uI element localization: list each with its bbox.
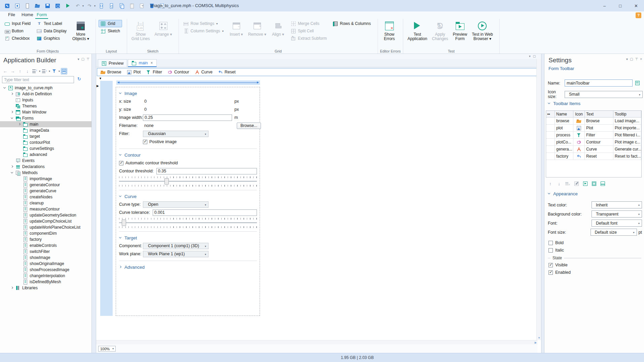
search-doc-button[interactable]	[107, 2, 116, 10]
section-header-curve[interactable]: Curve	[119, 192, 257, 200]
refresh-icon[interactable]	[77, 76, 82, 81]
tree-item-Declarations[interactable]: Declarations	[0, 164, 91, 170]
row-selector[interactable]	[546, 125, 555, 131]
arrow-right-button[interactable]	[9, 68, 16, 74]
tree-item-main[interactable]: main	[0, 121, 91, 127]
table-row[interactable]: plotCo...ContourPlot image c...	[546, 139, 641, 146]
horizontal-scrollbar[interactable]: ▶	[96, 340, 537, 344]
button-button[interactable]: Button	[3, 27, 33, 35]
chevron-down-icon[interactable]: ▾	[39, 70, 40, 73]
tree-item-Methods[interactable]: Methods	[0, 170, 91, 176]
tree-item-factory[interactable]: factory	[0, 236, 91, 242]
tree-item-contourPlot[interactable]: contourPlot	[0, 139, 91, 145]
editor-tab-preview[interactable]: Preview	[98, 59, 127, 67]
font-size-combo[interactable]: Default size▾	[591, 229, 637, 236]
contour-toolbar-button[interactable]: Contour	[167, 70, 189, 75]
tree-item-generateContour[interactable]: generateContour	[0, 182, 91, 188]
table-row[interactable]: factoryResetReset to fact...	[546, 153, 641, 160]
column-marker-icon[interactable]: ▼	[99, 77, 102, 80]
chevron-down-icon[interactable]: ▾	[59, 70, 60, 73]
tree-item-showImage[interactable]: showImage	[0, 255, 91, 261]
field-combo[interactable]: Gaussian▾	[143, 131, 209, 137]
row-marker-icon[interactable]: ▶	[97, 84, 99, 88]
show-errors-button[interactable]: Show Errors	[381, 20, 398, 41]
appearance-section-header[interactable]: Appearance	[548, 191, 578, 196]
maximize-button[interactable]: □	[612, 0, 628, 11]
undo-button[interactable]	[73, 2, 82, 10]
section-header-target[interactable]: Target	[119, 234, 257, 242]
field-combo[interactable]: Component 1 (comp1) (3D)▾	[143, 243, 209, 249]
form-design-canvas[interactable]: ▼ ▶ Imagex: size0pxy: size0pxImage width…	[96, 77, 537, 340]
enabled-checkbox[interactable]	[548, 270, 553, 275]
table-row[interactable]: browseBrowseLoad image...	[546, 118, 641, 125]
row-selector[interactable]	[546, 132, 555, 138]
selected-column-gutter[interactable]	[100, 81, 113, 316]
checkbox[interactable]	[143, 140, 147, 144]
arrow-down-button[interactable]	[24, 68, 31, 74]
chevron-right-icon[interactable]	[11, 287, 14, 290]
field-combo[interactable]: Work Plane 1 (wp1)▾	[143, 251, 209, 257]
move-up-button[interactable]	[547, 180, 554, 187]
input-field-button[interactable]: Input Field	[3, 20, 33, 27]
pin-icon[interactable]: ⊤	[635, 57, 638, 61]
tree-item-imageData[interactable]: imageData	[0, 127, 91, 133]
pin-icon[interactable]: ⊤	[86, 57, 89, 61]
slider[interactable]	[119, 176, 257, 187]
tree-item-Inputs[interactable]: Inputs	[0, 97, 91, 103]
tree-item-target[interactable]: target	[0, 133, 91, 139]
test-in-web-browser-button[interactable]: Test in Web Browser ▾	[470, 20, 494, 41]
column-header-icon[interactable]: Icon	[573, 111, 585, 117]
row-selector[interactable]	[546, 139, 555, 145]
tree-item-advanced[interactable]: advanced	[0, 152, 91, 158]
delete-item-button[interactable]	[565, 180, 571, 187]
tree-item-enableControls[interactable]: enableControls	[0, 242, 91, 249]
tree-item-generateCurve[interactable]: generateCurve	[0, 188, 91, 194]
field-input[interactable]	[156, 168, 257, 174]
more-objects-button[interactable]: More Objects ▾	[71, 20, 91, 41]
name-input[interactable]	[565, 79, 633, 87]
tree-item-Forms[interactable]: Forms	[0, 115, 91, 121]
chevron-down-icon[interactable]: ▾	[94, 4, 96, 7]
column-header-name[interactable]: Name	[555, 111, 573, 117]
chevron-down-icon[interactable]	[11, 117, 14, 120]
close-icon[interactable]: ×	[640, 57, 642, 61]
window-dot-button[interactable]	[13, 2, 22, 10]
tree-item-updateGeometrySelection[interactable]: updateGeometrySelection	[0, 212, 91, 218]
run-button[interactable]	[63, 2, 72, 10]
tree-filter-input[interactable]	[2, 76, 74, 83]
section-header-image[interactable]: Image	[119, 89, 257, 97]
checkbox[interactable]	[119, 161, 123, 165]
visible-checkbox[interactable]	[548, 263, 553, 267]
font-combo[interactable]: Default font▾	[592, 220, 642, 227]
scroll-right-icon[interactable]: ▶	[535, 341, 537, 344]
field-combo[interactable]: Open▾	[143, 201, 209, 208]
app-logo-button[interactable]	[3, 2, 11, 10]
graphics-button[interactable]: Graphics	[35, 35, 69, 42]
preview-doc-button[interactable]	[97, 2, 106, 10]
bold-checkbox[interactable]	[548, 241, 553, 245]
tree-toggle-button[interactable]	[61, 68, 67, 74]
table-row[interactable]: plotPlotPlot importe...	[546, 125, 641, 132]
rows-columns-button[interactable]: Rows & Columns	[331, 20, 373, 27]
paste-button[interactable]	[127, 2, 136, 10]
chevron-right-icon[interactable]	[18, 123, 21, 126]
test-application-button[interactable]: Test Application	[406, 20, 429, 41]
toolbar-items-table[interactable]: ▸▸NameIconTextTooltipbrowseBrowseLoad im…	[546, 110, 642, 177]
chevron-down-icon[interactable]: ▾	[78, 57, 79, 61]
curve-toolbar-button[interactable]: Curve	[195, 70, 213, 75]
tree-item-updateCompChoiceList[interactable]: updateCompChoiceList	[0, 218, 91, 224]
chevron-right-icon[interactable]	[11, 93, 14, 96]
arrow-left-button[interactable]	[2, 68, 8, 74]
column-header-text[interactable]: Text	[585, 111, 613, 117]
tree-item-isDefinedByMesh[interactable]: isDefinedByMesh	[0, 279, 91, 285]
editor-tab-main[interactable]: main×	[128, 59, 156, 67]
add-separator-button[interactable]	[600, 180, 606, 187]
zoom-level-combo[interactable]: 100% ▾	[98, 346, 116, 352]
new-file-button[interactable]	[23, 2, 32, 10]
move-down-button[interactable]	[556, 180, 562, 187]
plot-toolbar-button[interactable]: Plot	[127, 70, 141, 75]
chevron-right-icon[interactable]	[11, 165, 14, 168]
chevron-down-icon[interactable]: ▾	[49, 70, 50, 73]
arrow-up-button[interactable]	[17, 68, 23, 74]
browse-toolbar-button[interactable]: Browse	[101, 70, 121, 75]
